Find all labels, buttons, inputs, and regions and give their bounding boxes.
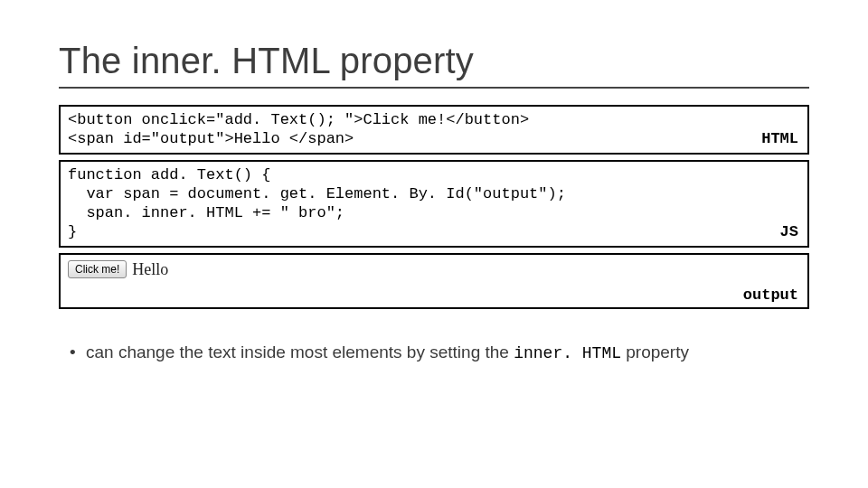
bullet-list: can change the text inside most elements… bbox=[59, 341, 809, 365]
js-label: JS bbox=[780, 222, 798, 241]
bullet-post: property bbox=[621, 343, 689, 361]
title-rule bbox=[59, 87, 809, 89]
html-code: <button onclick="add. Text(); ">Click me… bbox=[68, 110, 800, 149]
output-text: Hello bbox=[132, 260, 168, 279]
click-me-button[interactable]: Click me! bbox=[68, 260, 127, 278]
output-box: Click me! Hello output bbox=[59, 253, 809, 309]
bullet-item: can change the text inside most elements… bbox=[86, 341, 809, 365]
output-label: output bbox=[743, 286, 798, 304]
js-code-box: function add. Text() { var span = docume… bbox=[59, 160, 809, 248]
output-demo: Click me! Hello bbox=[68, 260, 800, 279]
bullet-pre: can change the text inside most elements… bbox=[86, 343, 514, 361]
js-code: function add. Text() { var span = docume… bbox=[68, 165, 800, 242]
slide: The inner. HTML property <button onclick… bbox=[0, 0, 868, 488]
html-label: HTML bbox=[761, 129, 798, 148]
html-code-box: <button onclick="add. Text(); ">Click me… bbox=[59, 105, 809, 155]
bullet-code: inner. HTML bbox=[514, 344, 621, 362]
slide-title: The inner. HTML property bbox=[59, 41, 809, 81]
